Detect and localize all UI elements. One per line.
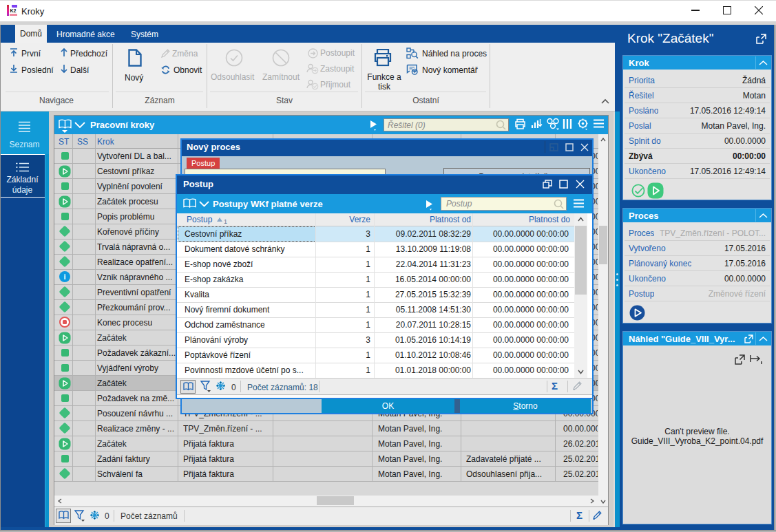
svg-text:i: i <box>63 273 65 281</box>
